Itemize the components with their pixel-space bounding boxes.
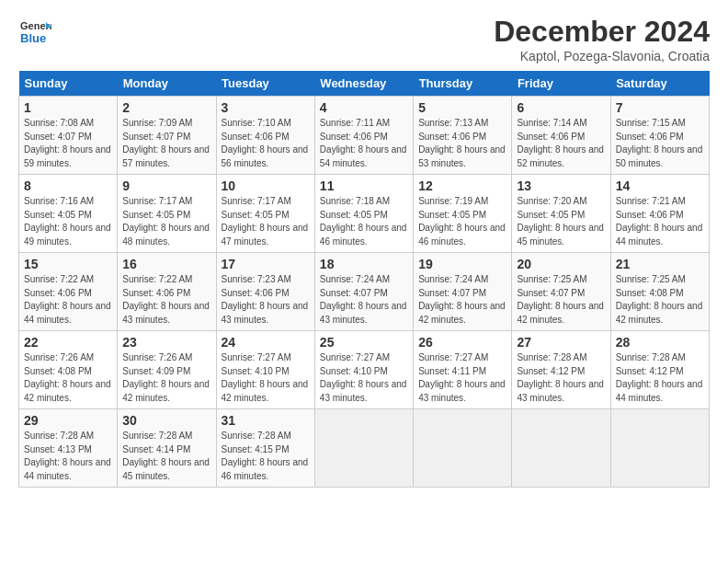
logo-icon: General Blue bbox=[18, 15, 51, 48]
calendar-cell: 22Sunrise: 7:26 AMSunset: 4:08 PMDayligh… bbox=[19, 331, 118, 409]
day-number: 13 bbox=[517, 178, 605, 193]
day-info: Sunrise: 7:22 AMSunset: 4:06 PMDaylight:… bbox=[122, 273, 210, 327]
day-info: Sunrise: 7:15 AMSunset: 4:06 PMDaylight:… bbox=[616, 117, 704, 170]
calendar-cell: 1Sunrise: 7:08 AMSunset: 4:07 PMDaylight… bbox=[19, 97, 118, 175]
day-info: Sunrise: 7:14 AMSunset: 4:06 PMDaylight:… bbox=[517, 117, 605, 170]
calendar-cell: 9Sunrise: 7:17 AMSunset: 4:05 PMDaylight… bbox=[118, 175, 216, 253]
day-info: Sunrise: 7:16 AMSunset: 4:05 PMDaylight:… bbox=[24, 195, 112, 248]
svg-text:Blue: Blue bbox=[20, 31, 46, 45]
weekday-header-wednesday: Wednesday bbox=[314, 71, 413, 97]
calendar-cell: 25Sunrise: 7:27 AMSunset: 4:10 PMDayligh… bbox=[314, 331, 413, 409]
weekday-header-tuesday: Tuesday bbox=[216, 71, 314, 97]
day-info: Sunrise: 7:27 AMSunset: 4:10 PMDaylight:… bbox=[222, 351, 310, 405]
calendar-cell: 28Sunrise: 7:28 AMSunset: 4:12 PMDayligh… bbox=[610, 331, 709, 409]
calendar-cell: 19Sunrise: 7:24 AMSunset: 4:07 PMDayligh… bbox=[414, 253, 512, 331]
day-number: 29 bbox=[24, 413, 112, 428]
calendar-table: SundayMondayTuesdayWednesdayThursdayFrid… bbox=[18, 71, 710, 488]
calendar-cell: 5Sunrise: 7:13 AMSunset: 4:06 PMDaylight… bbox=[414, 97, 512, 175]
day-number: 26 bbox=[418, 335, 506, 350]
day-info: Sunrise: 7:25 AMSunset: 4:07 PMDaylight:… bbox=[517, 273, 605, 327]
calendar-week-row: 8Sunrise: 7:16 AMSunset: 4:05 PMDaylight… bbox=[19, 175, 710, 253]
day-number: 19 bbox=[418, 257, 506, 271]
calendar-cell bbox=[610, 409, 709, 488]
day-number: 25 bbox=[320, 335, 408, 350]
calendar-cell: 3Sunrise: 7:10 AMSunset: 4:06 PMDaylight… bbox=[216, 97, 314, 175]
title-block: December 2024 Kaptol, Pozega-Slavonia, C… bbox=[494, 15, 710, 63]
calendar-week-row: 15Sunrise: 7:22 AMSunset: 4:06 PMDayligh… bbox=[19, 253, 710, 331]
calendar-cell bbox=[414, 409, 512, 488]
calendar-week-row: 22Sunrise: 7:26 AMSunset: 4:08 PMDayligh… bbox=[19, 331, 710, 409]
day-info: Sunrise: 7:27 AMSunset: 4:10 PMDaylight:… bbox=[320, 351, 408, 405]
day-info: Sunrise: 7:28 AMSunset: 4:12 PMDaylight:… bbox=[616, 351, 704, 405]
day-number: 23 bbox=[122, 335, 210, 350]
calendar-cell: 17Sunrise: 7:23 AMSunset: 4:06 PMDayligh… bbox=[216, 253, 314, 331]
day-number: 16 bbox=[122, 257, 210, 271]
day-info: Sunrise: 7:10 AMSunset: 4:06 PMDaylight:… bbox=[222, 117, 310, 170]
day-number: 8 bbox=[24, 178, 112, 193]
day-number: 22 bbox=[24, 335, 112, 350]
day-number: 24 bbox=[222, 335, 310, 350]
weekday-header-friday: Friday bbox=[512, 71, 610, 97]
day-number: 9 bbox=[122, 178, 210, 193]
calendar-cell: 21Sunrise: 7:25 AMSunset: 4:08 PMDayligh… bbox=[610, 253, 709, 331]
day-info: Sunrise: 7:28 AMSunset: 4:14 PMDaylight:… bbox=[122, 430, 210, 483]
day-number: 5 bbox=[418, 100, 506, 115]
day-info: Sunrise: 7:22 AMSunset: 4:06 PMDaylight:… bbox=[24, 273, 112, 327]
weekday-header-monday: Monday bbox=[118, 71, 216, 97]
logo: General Blue bbox=[18, 15, 51, 48]
day-info: Sunrise: 7:28 AMSunset: 4:15 PMDaylight:… bbox=[222, 430, 310, 483]
day-info: Sunrise: 7:20 AMSunset: 4:05 PMDaylight:… bbox=[517, 195, 605, 248]
day-number: 2 bbox=[122, 100, 210, 115]
day-number: 3 bbox=[222, 100, 310, 115]
calendar-cell: 18Sunrise: 7:24 AMSunset: 4:07 PMDayligh… bbox=[314, 253, 413, 331]
day-number: 17 bbox=[222, 257, 310, 271]
day-info: Sunrise: 7:27 AMSunset: 4:11 PMDaylight:… bbox=[418, 351, 506, 405]
day-info: Sunrise: 7:13 AMSunset: 4:06 PMDaylight:… bbox=[418, 117, 506, 170]
day-info: Sunrise: 7:23 AMSunset: 4:06 PMDaylight:… bbox=[222, 273, 310, 327]
calendar-cell: 4Sunrise: 7:11 AMSunset: 4:06 PMDaylight… bbox=[314, 97, 413, 175]
weekday-header-thursday: Thursday bbox=[414, 71, 512, 97]
day-number: 15 bbox=[24, 257, 112, 271]
weekday-header-sunday: Sunday bbox=[19, 71, 118, 97]
day-number: 11 bbox=[320, 178, 408, 193]
day-info: Sunrise: 7:21 AMSunset: 4:06 PMDaylight:… bbox=[616, 195, 704, 248]
calendar-cell: 7Sunrise: 7:15 AMSunset: 4:06 PMDaylight… bbox=[610, 97, 709, 175]
day-info: Sunrise: 7:28 AMSunset: 4:13 PMDaylight:… bbox=[24, 430, 112, 483]
day-number: 10 bbox=[222, 178, 310, 193]
calendar-cell: 26Sunrise: 7:27 AMSunset: 4:11 PMDayligh… bbox=[414, 331, 512, 409]
day-number: 6 bbox=[517, 100, 605, 115]
day-info: Sunrise: 7:17 AMSunset: 4:05 PMDaylight:… bbox=[122, 195, 210, 248]
calendar-cell: 14Sunrise: 7:21 AMSunset: 4:06 PMDayligh… bbox=[610, 175, 709, 253]
day-number: 21 bbox=[616, 257, 704, 271]
day-info: Sunrise: 7:25 AMSunset: 4:08 PMDaylight:… bbox=[616, 273, 704, 327]
month-title: December 2024 bbox=[494, 15, 710, 49]
day-number: 1 bbox=[24, 100, 112, 115]
location-subtitle: Kaptol, Pozega-Slavonia, Croatia bbox=[494, 49, 710, 63]
day-number: 27 bbox=[517, 335, 605, 350]
calendar-cell: 2Sunrise: 7:09 AMSunset: 4:07 PMDaylight… bbox=[118, 97, 216, 175]
day-number: 7 bbox=[616, 100, 704, 115]
day-info: Sunrise: 7:11 AMSunset: 4:06 PMDaylight:… bbox=[320, 117, 408, 170]
calendar-cell bbox=[512, 409, 610, 488]
calendar-cell: 6Sunrise: 7:14 AMSunset: 4:06 PMDaylight… bbox=[512, 97, 610, 175]
calendar-cell: 31Sunrise: 7:28 AMSunset: 4:15 PMDayligh… bbox=[216, 409, 314, 488]
day-info: Sunrise: 7:24 AMSunset: 4:07 PMDaylight:… bbox=[320, 273, 408, 327]
calendar-cell: 29Sunrise: 7:28 AMSunset: 4:13 PMDayligh… bbox=[19, 409, 118, 488]
page-header: General Blue December 2024 Kaptol, Pozeg… bbox=[18, 15, 710, 63]
day-number: 4 bbox=[320, 100, 408, 115]
day-info: Sunrise: 7:26 AMSunset: 4:08 PMDaylight:… bbox=[24, 351, 112, 405]
calendar-cell: 30Sunrise: 7:28 AMSunset: 4:14 PMDayligh… bbox=[118, 409, 216, 488]
calendar-cell: 13Sunrise: 7:20 AMSunset: 4:05 PMDayligh… bbox=[512, 175, 610, 253]
day-info: Sunrise: 7:28 AMSunset: 4:12 PMDaylight:… bbox=[517, 351, 605, 405]
calendar-cell: 16Sunrise: 7:22 AMSunset: 4:06 PMDayligh… bbox=[118, 253, 216, 331]
day-number: 18 bbox=[320, 257, 408, 271]
day-number: 30 bbox=[122, 413, 210, 428]
day-info: Sunrise: 7:19 AMSunset: 4:05 PMDaylight:… bbox=[418, 195, 506, 248]
calendar-cell: 10Sunrise: 7:17 AMSunset: 4:05 PMDayligh… bbox=[216, 175, 314, 253]
calendar-cell: 8Sunrise: 7:16 AMSunset: 4:05 PMDaylight… bbox=[19, 175, 118, 253]
calendar-cell: 23Sunrise: 7:26 AMSunset: 4:09 PMDayligh… bbox=[118, 331, 216, 409]
day-number: 28 bbox=[616, 335, 704, 350]
day-info: Sunrise: 7:24 AMSunset: 4:07 PMDaylight:… bbox=[418, 273, 506, 327]
day-info: Sunrise: 7:18 AMSunset: 4:05 PMDaylight:… bbox=[320, 195, 408, 248]
calendar-cell: 24Sunrise: 7:27 AMSunset: 4:10 PMDayligh… bbox=[216, 331, 314, 409]
